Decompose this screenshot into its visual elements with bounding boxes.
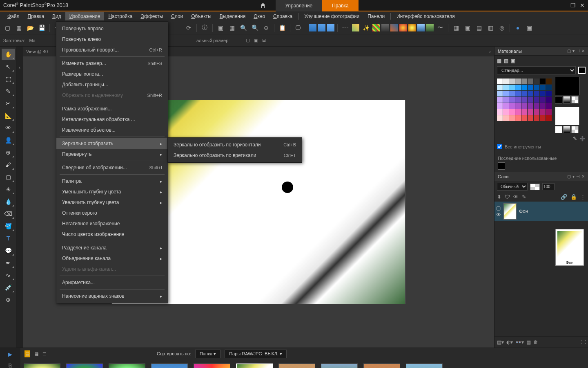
pen-tool[interactable]: ✒ — [2, 257, 15, 269]
crop-tool[interactable]: ✂ — [2, 98, 15, 109]
color-palette[interactable] — [497, 79, 552, 121]
add-tool[interactable]: ⊕ — [2, 294, 15, 305]
text-tool[interactable]: T — [2, 233, 15, 244]
dd-borders[interactable]: Добавить границы... — [56, 79, 168, 90]
menu-ui[interactable]: Интерфейс пользователя — [392, 12, 459, 20]
fx2-icon[interactable] — [390, 24, 398, 31]
thumb-3[interactable] — [109, 364, 145, 368]
tool4-icon[interactable]: ▥ — [486, 23, 495, 33]
minimize-icon[interactable]: — — [561, 2, 566, 9]
bg-style1[interactable] — [555, 126, 562, 133]
mat-tab3-icon[interactable]: ▣ — [511, 58, 515, 64]
tool5-icon[interactable]: ◎ — [497, 23, 507, 33]
warp-tool[interactable]: ∿ — [2, 269, 15, 281]
maximize-icon[interactable]: ❐ — [570, 2, 576, 9]
clone-tool[interactable]: ⊕ — [2, 147, 15, 158]
delete-layer-icon[interactable]: 🗑 — [533, 339, 538, 345]
fg-style1[interactable] — [555, 96, 562, 103]
layers-expand-icon[interactable]: ⛶ — [581, 339, 586, 345]
group-icon[interactable]: 👓▾ — [515, 339, 524, 345]
recent-swatch[interactable] — [498, 162, 505, 170]
fit-icon[interactable]: ▣ — [216, 23, 225, 33]
nav-left-icon[interactable]: ‹ — [19, 65, 20, 70]
photo-icon[interactable] — [352, 24, 359, 31]
dd-split[interactable]: Разделение канала▸ — [56, 242, 168, 253]
tab-manage[interactable]: Управление — [276, 0, 323, 11]
straighten-tool[interactable]: 📐 — [2, 110, 15, 121]
dd-flip[interactable]: Перевернуть▸ — [56, 149, 168, 159]
grad3-icon[interactable] — [327, 24, 334, 31]
wand-icon[interactable]: ✨ — [361, 23, 371, 33]
org-view2-icon[interactable]: ▦ — [34, 351, 38, 357]
tool3-icon[interactable]: ▤ — [474, 23, 484, 33]
thumb-5[interactable] — [194, 364, 230, 368]
play-icon[interactable]: ▶ — [8, 351, 12, 357]
menu-image[interactable]: Изображение — [65, 12, 105, 20]
menu-panels[interactable]: Панели — [363, 12, 389, 20]
pan-tool[interactable]: ✋ — [2, 49, 15, 60]
grad2-icon[interactable] — [318, 24, 325, 31]
move-tool[interactable]: ↖ — [2, 61, 15, 72]
thumb-9[interactable] — [363, 364, 400, 368]
thumb-1[interactable] — [24, 364, 60, 368]
layer-link-icon[interactable]: 🔗 — [561, 194, 567, 200]
dd-mirror-v[interactable]: Зеркально отобразить по вретикалиCtrl+T — [168, 150, 302, 161]
layer-row[interactable]: ▢ 👁 Фон — [494, 202, 588, 221]
menu-view[interactable]: Вид — [48, 12, 65, 20]
opt-icon2[interactable]: ▣ — [254, 38, 258, 43]
opt-icon3[interactable]: ⊞ — [262, 38, 266, 43]
screen-icon[interactable]: 🖵 — [293, 23, 303, 33]
menu-selections[interactable]: Выделения — [216, 12, 249, 20]
info-icon[interactable]: ⓘ — [200, 23, 209, 33]
menu-layers[interactable]: Слои — [167, 12, 187, 20]
zoom-in-icon[interactable]: 🔍 — [238, 23, 248, 33]
fx5-icon[interactable] — [417, 24, 425, 31]
layer-visible-icon[interactable]: ▢ — [496, 205, 501, 211]
tool2-icon[interactable]: ▣ — [463, 23, 472, 33]
org-view1-icon[interactable]: ▤ — [24, 350, 30, 357]
zoom-reset-icon[interactable]: ⊖ — [261, 23, 271, 33]
paste-icon[interactable]: 📋 — [277, 23, 287, 33]
fx4-icon[interactable] — [408, 24, 416, 31]
layers-menu-icon[interactable]: ▾ — [572, 174, 575, 179]
org-tool-icon[interactable]: ⎘ — [9, 362, 12, 368]
picker-tool[interactable]: 💉 — [2, 282, 15, 293]
thumb-2[interactable] — [66, 364, 103, 368]
curves-icon[interactable]: 〰 — [341, 23, 350, 33]
dropper-tool[interactable]: ✎ — [2, 85, 15, 97]
menu-effects[interactable]: Эффекты — [136, 12, 167, 20]
shape-tool[interactable]: ▢ — [2, 171, 15, 183]
fg-style3[interactable] — [571, 96, 579, 103]
dd-mirror-h[interactable]: Зеркально отобразить по горизонталиCtrl+… — [168, 139, 302, 150]
mat-tab2-icon[interactable]: ▤ — [504, 58, 508, 64]
dd-info[interactable]: Сведения об изображении...Shift+I — [56, 162, 168, 173]
layers-header[interactable]: Слои ▢▾⊣✕ — [494, 172, 588, 181]
thumb-10[interactable] — [406, 364, 443, 368]
dd-decrease[interactable]: Уменьшить глубину цвета▸ — [56, 186, 168, 197]
add-swatch-icon[interactable]: ➕ — [579, 136, 586, 141]
refresh-icon[interactable]: ⟳ — [184, 23, 194, 33]
dd-smart[interactable]: Интеллектуальная обработка ... — [56, 114, 168, 125]
raw-pairs-select[interactable]: Пары RAW/JPG: ВЫКЛ. ▾ — [225, 350, 287, 358]
close-icon[interactable]: ✕ — [580, 2, 585, 9]
tool1-icon[interactable]: ▦ — [451, 23, 461, 33]
tool6-icon[interactable]: ● — [513, 23, 523, 33]
layer-btn2-icon[interactable]: 🛡 — [505, 194, 510, 200]
speech-tool[interactable]: 💬 — [2, 245, 15, 256]
layer-btn3-icon[interactable]: 👁 — [513, 194, 519, 200]
dd-canvas[interactable]: Размеры холста... — [56, 69, 168, 79]
dd-increase[interactable]: Увеличить глубину цвета▸ — [56, 197, 168, 208]
layer-btn4-icon[interactable]: ✎ — [522, 194, 526, 200]
mask-icon[interactable]: ◐▾ — [506, 339, 513, 345]
layer-lock-icon[interactable]: 🔒 — [570, 194, 577, 200]
dd-free-rotate[interactable]: Произвольный поворот...Ctrl+R — [56, 45, 168, 55]
fx6-icon[interactable] — [426, 24, 434, 31]
dd-resize[interactable]: Изменить размер...Shift+S — [56, 58, 168, 69]
dd-count[interactable]: Число цветов изображения — [56, 229, 168, 240]
dd-palette[interactable]: Палитра▸ — [56, 176, 168, 186]
panel-menu-icon[interactable]: ▾ — [572, 49, 575, 53]
dd-arithmetic[interactable]: Арифметика... — [56, 277, 168, 288]
actual-icon[interactable]: ▦ — [227, 23, 237, 33]
new-layer-icon[interactable]: ▤▾ — [497, 339, 504, 345]
org-view3-icon[interactable]: ☰ — [42, 351, 47, 357]
